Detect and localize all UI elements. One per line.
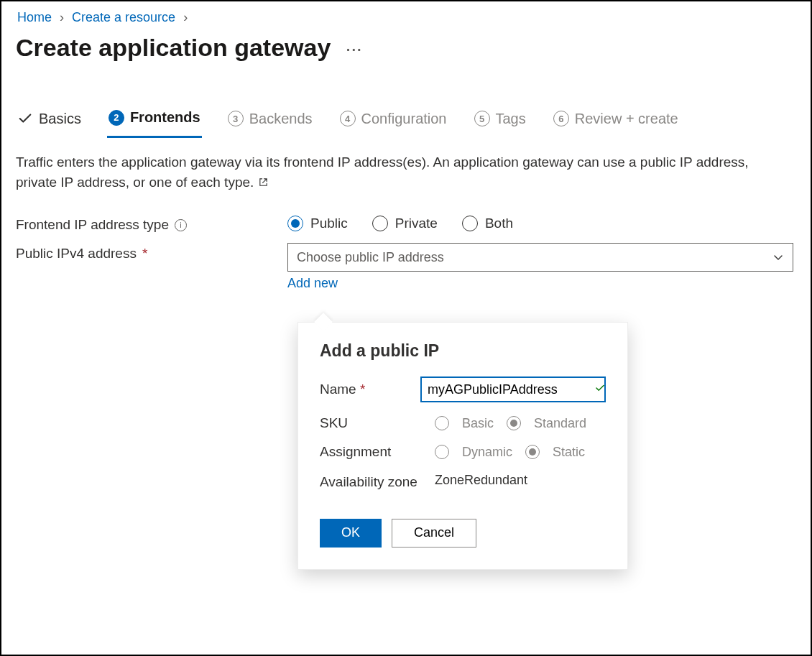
radio-sku-basic[interactable] <box>435 416 449 430</box>
external-link-icon[interactable] <box>258 173 269 193</box>
radio-both[interactable]: Both <box>462 216 513 231</box>
radio-dot-icon <box>462 216 478 231</box>
tab-basics[interactable]: Basics <box>16 105 83 138</box>
label-public-ipv4: Public IPv4 address * <box>16 243 287 262</box>
radio-label: Both <box>485 216 513 231</box>
popover-title: Add a public IP <box>320 341 606 361</box>
cancel-button[interactable]: Cancel <box>392 519 476 548</box>
radio-dot-icon <box>372 216 388 231</box>
radio-label: Basic <box>462 416 494 431</box>
radio-group-assignment: Dynamic Static <box>435 445 606 460</box>
tab-label: Tags <box>496 111 526 127</box>
page-title: Create application gateway ··· <box>16 34 796 62</box>
radio-label: Standard <box>534 416 586 431</box>
breadcrumb-home[interactable]: Home <box>17 10 52 24</box>
radio-assignment-static[interactable] <box>525 445 540 459</box>
radio-private[interactable]: Private <box>372 216 438 231</box>
name-input[interactable] <box>428 382 594 397</box>
chevron-right-icon: › <box>55 10 68 24</box>
radio-group-ip-type: Public Private Both <box>287 214 796 231</box>
more-icon[interactable]: ··· <box>346 42 363 58</box>
value-availability-zone: ZoneRedundant <box>435 473 606 488</box>
select-public-ip[interactable]: Choose public IP address <box>287 243 793 272</box>
tab-description: Traffic enters the application gateway v… <box>16 152 778 193</box>
tab-review-create[interactable]: 6 Review + create <box>552 105 680 138</box>
tab-number-badge: 3 <box>228 111 244 126</box>
label-text: Name <box>320 382 356 397</box>
info-icon[interactable]: i <box>175 219 187 231</box>
radio-label: Dynamic <box>462 445 512 460</box>
tab-number-badge: 5 <box>474 111 490 126</box>
breadcrumb: Home › Create a resource › <box>16 6 796 34</box>
tab-number-badge: 2 <box>109 110 124 126</box>
radio-sku-standard[interactable] <box>507 416 521 430</box>
tab-number-badge: 4 <box>340 111 356 126</box>
label-name: Name * <box>320 382 420 397</box>
chevron-right-icon: › <box>179 10 192 24</box>
required-asterisk: * <box>360 382 365 397</box>
check-icon <box>17 111 33 126</box>
label-sku: SKU <box>320 415 435 431</box>
tab-backends[interactable]: 3 Backends <box>226 105 314 138</box>
tab-label: Review + create <box>575 111 678 127</box>
label-availability-zone: Availability zone <box>320 473 435 491</box>
label-frontend-ip-type: Frontend IP address type i <box>16 214 287 233</box>
link-add-new[interactable]: Add new <box>287 276 338 291</box>
required-asterisk: * <box>142 246 147 262</box>
tab-label: Backends <box>249 111 313 127</box>
radio-dot-icon <box>287 216 303 231</box>
radio-assignment-dynamic[interactable] <box>435 445 449 459</box>
description-text: Traffic enters the application gateway v… <box>16 154 749 190</box>
name-input-wrapper <box>420 376 606 402</box>
tab-number-badge: 6 <box>553 111 569 126</box>
check-icon <box>594 382 606 397</box>
chevron-down-icon <box>772 251 784 263</box>
page-title-text: Create application gateway <box>16 34 331 61</box>
tab-label: Frontends <box>130 109 200 126</box>
tab-frontends[interactable]: 2 Frontends <box>107 105 202 138</box>
breadcrumb-create-resource[interactable]: Create a resource <box>72 10 175 24</box>
popover-add-public-ip: Add a public IP Name * SKU Basic <box>297 322 628 570</box>
tab-label: Basics <box>39 111 81 127</box>
select-placeholder: Choose public IP address <box>297 250 444 265</box>
radio-label: Private <box>395 216 438 231</box>
radio-group-sku: Basic Standard <box>435 416 606 431</box>
label-text: Public IPv4 address <box>16 246 137 262</box>
label-text: Frontend IP address type <box>16 217 169 233</box>
ok-button[interactable]: OK <box>320 519 382 548</box>
tab-tags[interactable]: 5 Tags <box>473 105 527 138</box>
label-assignment: Assignment <box>320 444 435 460</box>
radio-label: Public <box>310 216 348 231</box>
tab-label: Configuration <box>361 111 447 127</box>
wizard-tabs: Basics 2 Frontends 3 Backends 4 Configur… <box>16 105 796 138</box>
radio-label: Static <box>553 445 585 460</box>
tab-configuration[interactable]: 4 Configuration <box>338 105 448 138</box>
radio-public[interactable]: Public <box>287 216 348 231</box>
